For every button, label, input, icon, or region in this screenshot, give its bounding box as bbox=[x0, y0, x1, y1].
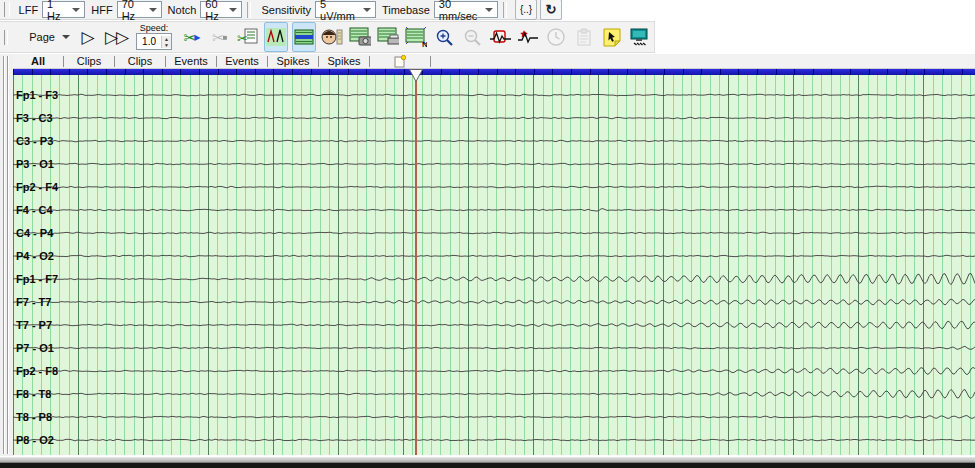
sticky-note-icon bbox=[602, 27, 623, 47]
zoom-out-button bbox=[460, 22, 484, 52]
channel-label: Fp2 - F8 bbox=[16, 365, 58, 377]
spike-marker-button[interactable] bbox=[516, 22, 540, 52]
eeg-trace bbox=[13, 163, 975, 164]
display-settings-button[interactable] bbox=[292, 22, 316, 52]
channel-label: Fp2 - F4 bbox=[16, 181, 58, 193]
eeg-trace bbox=[13, 232, 975, 234]
tab-clips-2[interactable]: Clips bbox=[115, 55, 165, 67]
channel-label: P3 - O1 bbox=[16, 158, 54, 170]
chevron-down-icon bbox=[363, 8, 371, 12]
zoom-in-button[interactable] bbox=[432, 22, 456, 52]
eeg-display[interactable]: Fp1 - F3F3 - C3C3 - P3P3 - O1Fp2 - F4F4 … bbox=[13, 69, 975, 455]
tab-bar: All Clips Clips Events Events Spikes Spi… bbox=[0, 54, 975, 69]
main-toolbar: Page ▷ ▷▷ Speed: 1.0 ▲▼ ✂▶ ✂■ bbox=[0, 21, 975, 54]
channel-label: C4 - P4 bbox=[16, 227, 53, 239]
clip-play-button[interactable]: ✂▶ bbox=[180, 22, 204, 52]
refresh-button[interactable]: ↻ bbox=[540, 0, 562, 20]
toolbar-grip[interactable] bbox=[4, 2, 10, 17]
montage-n-button[interactable]: N bbox=[404, 22, 428, 52]
window-bottom-edge bbox=[0, 462, 975, 468]
channel-label: T7 - P7 bbox=[16, 319, 52, 331]
tab-spikes-2[interactable]: Spikes bbox=[319, 55, 369, 67]
eeg-viewer-window: LFF 1 Hz HFF 70 Hz Notch 60 Hz Sensitivi… bbox=[0, 0, 975, 468]
notch-combobox[interactable]: 60 Hz bbox=[200, 1, 241, 18]
eeg-traces bbox=[13, 75, 975, 455]
chevron-down-icon bbox=[485, 8, 493, 12]
lff-label: LFF bbox=[19, 4, 39, 16]
channel-label: P8 - O2 bbox=[16, 434, 54, 446]
eeg-trace bbox=[13, 255, 975, 256]
remote-monitor-button[interactable] bbox=[628, 22, 652, 52]
spike-detection-button[interactable] bbox=[264, 22, 288, 52]
clip-stop-button: ✂■ bbox=[208, 22, 232, 52]
tab-spikes-1[interactable]: Spikes bbox=[268, 55, 318, 67]
main-toolbar-panel: Page ▷ ▷▷ Speed: 1.0 ▲▼ ✂▶ ✂■ bbox=[0, 21, 655, 53]
expression-button[interactable]: {..} bbox=[515, 0, 537, 20]
speed-value: 1.0 bbox=[137, 36, 161, 47]
chevron-down-icon bbox=[72, 8, 80, 12]
patient-info-button[interactable] bbox=[320, 22, 344, 52]
time-cursor[interactable] bbox=[415, 75, 417, 455]
lff-combobox[interactable]: 1 Hz bbox=[42, 1, 85, 18]
montage-n-icon: N bbox=[405, 27, 427, 47]
sensitivity-combobox[interactable]: 5 uV/mm bbox=[315, 1, 376, 18]
play-button[interactable]: ▷ bbox=[76, 22, 100, 52]
event-marker-button[interactable] bbox=[488, 22, 512, 52]
fast-forward-button[interactable]: ▷▷ bbox=[104, 22, 128, 52]
print-button[interactable] bbox=[376, 22, 400, 52]
display-settings-icon bbox=[294, 29, 314, 45]
timebase-combobox[interactable]: 30 mm/sec bbox=[434, 1, 498, 18]
eeg-trace bbox=[13, 299, 975, 305]
notes-button bbox=[572, 22, 596, 52]
speed-spinner[interactable]: 1.0 ▲▼ bbox=[136, 33, 172, 50]
speed-label: Speed: bbox=[140, 24, 169, 33]
position-marker-icon[interactable] bbox=[409, 69, 423, 82]
eeg-trace bbox=[13, 346, 975, 349]
eeg-trace bbox=[13, 416, 975, 419]
sensitivity-label: Sensitivity bbox=[262, 4, 312, 16]
filter-toolbar: LFF 1 Hz HFF 70 Hz Notch 60 Hz Sensitivi… bbox=[0, 0, 975, 21]
tab-events-2[interactable]: Events bbox=[217, 55, 267, 67]
svg-text:N: N bbox=[422, 40, 427, 47]
new-page-icon bbox=[394, 55, 406, 68]
refresh-icon: ↻ bbox=[546, 2, 557, 17]
channel-label: C3 - P3 bbox=[16, 135, 53, 147]
print-icon bbox=[377, 27, 399, 47]
channel-label: F8 - T8 bbox=[16, 388, 51, 400]
clock-button bbox=[544, 22, 568, 52]
screen-capture-icon bbox=[349, 27, 371, 47]
notch-label: Notch bbox=[168, 4, 197, 16]
spike-marker-icon bbox=[517, 28, 539, 46]
tab-clips-1[interactable]: Clips bbox=[64, 55, 114, 67]
spin-down-icon[interactable]: ▼ bbox=[162, 42, 171, 48]
channel-label: T8 - P8 bbox=[16, 411, 52, 423]
channel-label: Fp1 - F3 bbox=[16, 89, 58, 101]
chevron-down-icon bbox=[149, 8, 157, 12]
tab-separator bbox=[430, 56, 431, 67]
chevron-down-icon bbox=[229, 8, 237, 12]
spike-detection-icon bbox=[266, 28, 286, 46]
vertical-splitter[interactable] bbox=[0, 54, 13, 456]
timebase-label: Timebase bbox=[382, 4, 430, 16]
page-selector[interactable]: Page bbox=[25, 27, 74, 47]
eeg-trace bbox=[13, 321, 975, 329]
tab-all[interactable]: All bbox=[13, 55, 63, 67]
toolbar-grip[interactable] bbox=[4, 30, 8, 45]
eeg-trace bbox=[13, 117, 975, 119]
channel-label: P4 - O2 bbox=[16, 250, 54, 262]
channel-label: F7 - T7 bbox=[16, 296, 51, 308]
filter-toolbar-panel: LFF 1 Hz HFF 70 Hz Notch 60 Hz Sensitivi… bbox=[0, 0, 562, 20]
eeg-trace bbox=[13, 140, 975, 142]
screen-capture-button[interactable] bbox=[348, 22, 372, 52]
sticky-note-button[interactable] bbox=[600, 22, 624, 52]
new-page-tab[interactable] bbox=[370, 55, 430, 68]
event-marker-icon bbox=[489, 28, 511, 46]
svg-text:✂: ✂ bbox=[237, 31, 248, 46]
clip-page-button[interactable]: ✂ bbox=[236, 22, 260, 52]
speed-control: Speed: 1.0 ▲▼ bbox=[136, 24, 172, 50]
eeg-trace bbox=[13, 367, 975, 374]
zoom-in-icon bbox=[435, 28, 454, 47]
tab-events-1[interactable]: Events bbox=[166, 55, 216, 67]
hff-combobox[interactable]: 70 Hz bbox=[117, 1, 162, 18]
channel-label: F3 - C3 bbox=[16, 112, 53, 124]
